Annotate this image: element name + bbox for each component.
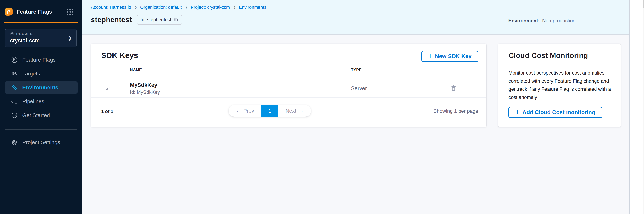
- breadcrumb: Account: Harness.io ❯ Organization: defa…: [91, 5, 266, 10]
- pagination-summary: 1 of 1: [101, 109, 114, 114]
- breadcrumb-project-link[interactable]: Project: crystal-ccm: [190, 5, 230, 10]
- breadcrumb-environments-link[interactable]: Environments: [239, 5, 266, 10]
- column-header-name: NAME: [130, 68, 142, 72]
- cloud-cost-title: Cloud Cost Monitoring: [508, 51, 588, 60]
- cube-icon: [10, 32, 14, 36]
- sdk-key-name[interactable]: MySdkKey: [130, 82, 157, 88]
- gear-icon: [11, 139, 18, 146]
- page-header: Account: Harness.io ❯ Organization: defa…: [82, 0, 629, 35]
- sdk-key-id: Id: MySdkKey: [130, 90, 160, 95]
- arrow-right-icon: →: [298, 108, 304, 114]
- pagination-control: ← Prev 1 Next →: [228, 105, 311, 117]
- cloud-cost-card: Cloud Cost Monitoring Monitor cost persp…: [498, 44, 620, 127]
- sdk-keys-title: SDK Keys: [101, 51, 138, 60]
- sidebar-item-get-started[interactable]: Get Started: [5, 109, 78, 121]
- sidebar-item-label: Environments: [22, 85, 58, 91]
- project-name: crystal-ccm: [10, 37, 73, 44]
- chevron-right-icon: ❯: [185, 5, 188, 9]
- sidebar: Feature Flags PROJECT crystal-ccm ❯: [0, 0, 82, 214]
- sidebar-item-label: Pipelines: [22, 98, 44, 104]
- table-divider: [91, 97, 486, 98]
- sidebar-item-environments[interactable]: Environments: [5, 81, 78, 94]
- get-started-icon: [11, 112, 18, 119]
- sidebar-item-targets[interactable]: Targets: [5, 68, 78, 80]
- sidebar-nav: Feature Flags Targets Environments: [5, 54, 78, 123]
- module-accent-bar: [4, 22, 78, 23]
- pagination-per-page: Showing 1 per page: [434, 108, 478, 114]
- sidebar-item-label: Project Settings: [22, 139, 60, 145]
- project-label: PROJECT: [16, 32, 36, 36]
- pagination-next-button[interactable]: Next →: [278, 105, 311, 117]
- copy-icon[interactable]: [174, 18, 178, 22]
- sidebar-item-label: Get Started: [22, 112, 50, 118]
- sidebar-item-label: Feature Flags: [22, 57, 56, 63]
- sdk-key-icon: [104, 85, 112, 92]
- main-content: SDK Keys + New SDK Key NAME TYPE MySdkKe…: [82, 35, 629, 214]
- sidebar-item-project-settings[interactable]: Project Settings: [5, 136, 78, 148]
- scrollbar-thumb[interactable]: [642, 0, 644, 8]
- sidebar-item-label: Targets: [22, 71, 40, 77]
- hexagons-icon: [11, 84, 18, 91]
- sidebar-item-feature-flags[interactable]: Feature Flags: [5, 54, 78, 66]
- plus-icon: +: [516, 108, 520, 116]
- scrollbar-track[interactable]: [642, 0, 644, 214]
- module-title: Feature Flags: [16, 9, 52, 15]
- add-cloud-cost-button[interactable]: + Add Cloud Cost monitoring: [508, 107, 602, 118]
- new-sdk-key-button[interactable]: + New SDK Key: [421, 51, 478, 62]
- cloud-cost-description: Monitor cost perspectives for cost anoma…: [508, 69, 613, 101]
- environment-type-label: Environment:: [508, 18, 540, 24]
- sdk-key-type: Server: [351, 85, 367, 91]
- pipelines-flow-icon: [11, 98, 18, 105]
- breadcrumb-organization-link[interactable]: Organization: default: [140, 5, 182, 10]
- environment-type: Environment:Non-production: [508, 18, 576, 24]
- pagination-page-1-button[interactable]: 1: [261, 105, 278, 117]
- chevron-right-icon: ❯: [233, 5, 236, 9]
- sdk-keys-card: SDK Keys + New SDK Key NAME TYPE MySdkKe…: [91, 44, 486, 127]
- people-group-icon: [11, 70, 18, 77]
- module-header: Feature Flags: [4, 7, 78, 17]
- column-header-type: TYPE: [351, 68, 362, 72]
- table-divider: [91, 79, 486, 79]
- feature-flags-logo-icon: [4, 7, 13, 16]
- breadcrumb-account-link[interactable]: Account: Harness.io: [91, 5, 131, 10]
- delete-key-icon[interactable]: [450, 84, 458, 92]
- environment-id-text: Id: stephentest: [140, 17, 171, 23]
- chevron-right-icon: ❯: [134, 5, 137, 9]
- pagination-prev-button[interactable]: ← Prev: [228, 105, 261, 117]
- app-switcher-grid-icon[interactable]: [67, 9, 74, 15]
- environment-type-value: Non-production: [542, 18, 576, 24]
- flag-circle-icon: [11, 56, 18, 63]
- environment-id-badge: Id: stephentest: [137, 15, 182, 25]
- right-rail-panel: [629, 0, 644, 214]
- arrow-left-icon: ←: [236, 108, 241, 114]
- sidebar-divider: [5, 129, 77, 130]
- sidebar-item-pipelines[interactable]: Pipelines: [5, 95, 78, 108]
- project-selector[interactable]: PROJECT crystal-ccm ❯: [5, 29, 77, 47]
- plus-icon: +: [428, 52, 432, 60]
- chevron-right-icon: ❯: [68, 35, 72, 41]
- page-title: stephentest: [91, 16, 132, 24]
